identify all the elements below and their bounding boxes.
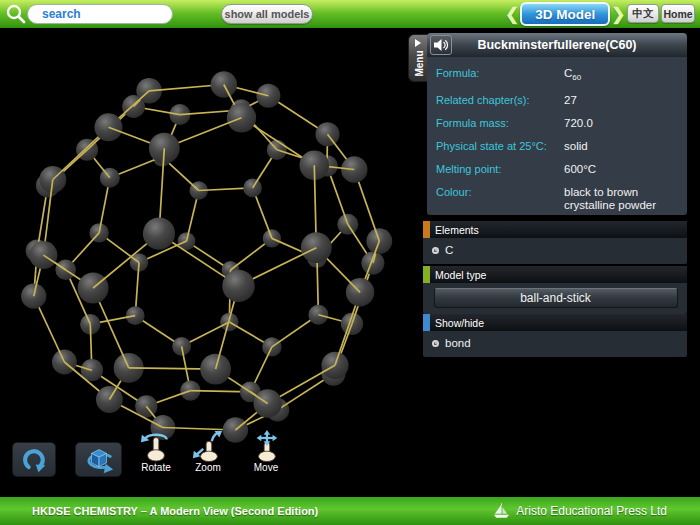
page-title: 3D Model [520, 2, 610, 26]
show-hide-section-header: Show/hide [423, 314, 687, 331]
auto-rotate-cube-icon [82, 445, 116, 475]
move-gesture-label: Move [254, 462, 278, 473]
property-row: Colour:black to brown crystalline powder [436, 186, 679, 212]
option-C[interactable]: C [432, 242, 679, 258]
elements-section-title: Elements [435, 224, 479, 236]
zoom-gesture-icon [190, 430, 226, 462]
menu-tab[interactable]: Menu [408, 34, 429, 82]
property-value: 720.0 [564, 117, 593, 130]
footer-bar: HKDSE CHEMISTRY – A Modern View (Second … [0, 497, 700, 525]
show-hide-section: Show/hide bond [423, 314, 687, 357]
show-hide-options: bond [423, 331, 687, 357]
elements-section-header: Elements [423, 221, 687, 238]
carbon-atom [143, 218, 175, 250]
speaker-button[interactable] [430, 35, 452, 55]
model-type-section-title: Model type [435, 269, 486, 281]
reset-arrow-icon [19, 446, 49, 474]
menu-tab-label: Menu [414, 45, 425, 83]
property-row: Melting point:600°C [436, 163, 679, 176]
model-type-section-header: Model type [423, 266, 687, 283]
property-value: 600°C [564, 163, 596, 176]
radio-icon [432, 247, 439, 254]
search-input[interactable] [27, 4, 173, 24]
rotate-gesture-label: Rotate [141, 462, 170, 473]
option-bond[interactable]: bond [432, 335, 679, 351]
viewer-stage: Menu Buckminsterfullerene(C60) Formula:C… [0, 28, 700, 497]
property-row: Formula:C60 [436, 67, 679, 84]
orange-accent-bar [423, 221, 430, 238]
property-label: Colour: [436, 186, 564, 212]
app-window: show all models ❮ 3D Model ❯ 中文 Home Men… [0, 0, 700, 525]
property-label: Formula mass: [436, 117, 564, 130]
move-gesture[interactable]: Move [244, 430, 288, 473]
top-bar: show all models ❮ 3D Model ❯ 中文 Home [0, 0, 700, 28]
property-value: C60 [564, 67, 581, 84]
property-value: solid [564, 140, 588, 153]
rotate-gesture-icon [138, 430, 174, 462]
property-row: Related chapter(s):27 [436, 94, 679, 107]
app-title-banner: ❮ 3D Model ❯ [505, 1, 626, 27]
carbon-atom [262, 337, 281, 356]
book-title: HKDSE CHEMISTRY – A Modern View (Second … [32, 505, 318, 517]
elements-section: Elements C [423, 221, 687, 264]
radio-icon [432, 340, 439, 347]
show-all-models-button[interactable]: show all models [221, 4, 313, 24]
chevron-right-icon: ❯ [611, 6, 625, 23]
property-value: 27 [564, 94, 577, 107]
molecule-title-bar: Buckminsterfullerene(C60) [427, 33, 687, 57]
property-value: black to brown crystalline powder [564, 186, 679, 212]
zoom-gesture[interactable]: Zoom [186, 430, 230, 473]
property-label: Formula: [436, 67, 564, 84]
zoom-gesture-label: Zoom [195, 462, 221, 473]
ball-and-stick-button[interactable]: ball-and-stick [434, 288, 678, 308]
property-row: Physical state at 25°C:solid [436, 140, 679, 153]
molecule-title: Buckminsterfullerene(C60) [477, 38, 636, 52]
property-row: Formula mass:720.0 [436, 117, 679, 130]
chevron-left-icon: ❮ [505, 6, 519, 23]
aristo-sailboat-logo [492, 503, 511, 519]
elements-options: C [423, 238, 687, 264]
option-label: C [445, 244, 453, 256]
auto-rotate-button[interactable] [75, 442, 122, 477]
option-label: bond [445, 337, 471, 349]
property-label: Related chapter(s): [436, 94, 564, 107]
show-hide-section-title: Show/hide [435, 317, 484, 329]
rotate-gesture[interactable]: Rotate [134, 430, 178, 473]
reset-view-button[interactable] [12, 442, 56, 477]
search-icon[interactable] [5, 3, 27, 25]
property-label: Melting point: [436, 163, 564, 176]
property-label: Physical state at 25°C: [436, 140, 564, 153]
home-button[interactable]: Home [661, 4, 695, 23]
property-list: Formula:C60Related chapter(s):27Formula … [427, 57, 687, 215]
model-type-section: Model type ball-and-stick [423, 266, 687, 314]
green-accent-bar [423, 266, 430, 283]
move-gesture-icon [248, 430, 284, 462]
speaker-icon [433, 38, 449, 52]
carbon-atom [222, 270, 254, 302]
publisher-name: Aristo Educational Press Ltd [516, 504, 667, 518]
language-button[interactable]: 中文 [627, 4, 659, 23]
blue-accent-bar [423, 314, 430, 331]
